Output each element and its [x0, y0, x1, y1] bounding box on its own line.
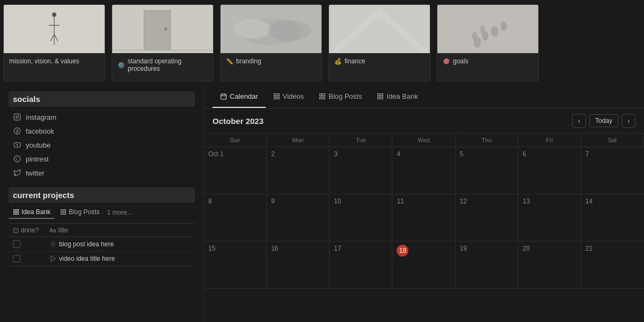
sidebar: socials instagram facebook	[0, 86, 204, 322]
card-label-finance: 💰 finance	[329, 53, 430, 69]
cal-cell-oct2[interactable]: 2	[267, 147, 330, 194]
card-label-branding: ✏️ branding	[221, 53, 321, 69]
cal-cell-oct7[interactable]: 7	[581, 147, 644, 194]
cal-cell-oct14[interactable]: 14	[581, 194, 644, 241]
card-finance[interactable]: 💰 finance	[328, 4, 430, 82]
header-done-text: done?	[21, 226, 39, 234]
date-oct16: 16	[271, 245, 278, 252]
card-image-sop	[112, 5, 213, 53]
svg-point-25	[16, 116, 19, 119]
main-layout: socials instagram facebook	[0, 86, 644, 322]
pintrest-label: pintrest	[26, 155, 49, 163]
card-label-goals: 🎯 goals	[437, 53, 538, 69]
date-oct11: 11	[397, 197, 404, 205]
date-oct15: 15	[208, 245, 215, 252]
twitter-label: twitter	[26, 169, 45, 177]
card-branding[interactable]: ✏️ branding	[220, 4, 322, 82]
cal-tab-ideabank[interactable]: Idea Bank	[369, 86, 426, 108]
cal-cell-oct6[interactable]: 6	[518, 147, 581, 194]
date-oct12: 12	[460, 197, 467, 205]
date-oct18: 18	[397, 245, 408, 257]
svg-point-40	[52, 243, 54, 245]
cal-tab-videos[interactable]: Videos	[266, 86, 312, 108]
row1-title-col: blog post idea here	[49, 240, 191, 248]
instagram-label: instagram	[26, 113, 56, 121]
facebook-label: facebook	[26, 127, 54, 135]
svg-rect-36	[64, 210, 66, 212]
youtube-label: youtube	[26, 141, 50, 149]
calendar-today-btn[interactable]: Today	[589, 114, 618, 127]
finance-icon: 💰	[334, 58, 342, 65]
cal-cell-oct3[interactable]: 3	[330, 147, 392, 194]
svg-rect-49	[277, 97, 279, 99]
cal-cell-oct21[interactable]: 21	[581, 241, 644, 289]
cal-cell-oct15[interactable]: 15	[204, 241, 267, 289]
cal-cell-oct18[interactable]: 18	[392, 241, 455, 289]
cal-cell-oct5[interactable]: 5	[456, 147, 518, 194]
row1-title: blog post idea here	[59, 240, 114, 248]
sidebar-item-pintrest[interactable]: pintrest	[9, 152, 195, 166]
svg-point-12	[234, 19, 271, 39]
svg-rect-57	[381, 97, 383, 99]
videos-tab-icon	[273, 93, 280, 100]
svg-rect-38	[64, 213, 66, 215]
svg-rect-54	[378, 94, 380, 96]
cal-cell-oct11[interactable]: 11	[392, 194, 455, 241]
table-row: blog post idea here	[9, 237, 195, 252]
cal-cell-oct8[interactable]: 8	[204, 194, 267, 241]
card-text-mission: mission, vision, & values	[9, 57, 79, 65]
calendar-header: October 2023 ‹ Today ›	[204, 108, 644, 133]
date-oct20: 20	[523, 245, 530, 252]
sidebar-item-facebook[interactable]: facebook	[9, 124, 195, 138]
svg-rect-53	[323, 97, 325, 99]
row1-checkbox[interactable]	[13, 240, 20, 248]
cal-cell-oct12[interactable]: 12	[456, 194, 518, 241]
tab-idea-bank[interactable]: Idea Bank	[9, 206, 55, 219]
sidebar-item-youtube[interactable]: youtube	[9, 138, 195, 152]
svg-rect-32	[17, 210, 19, 212]
cal-cell-oct9[interactable]: 9	[267, 194, 330, 241]
cal-tab-calendar[interactable]: Calendar	[213, 86, 266, 108]
svg-rect-52	[320, 97, 322, 99]
youtube-icon	[13, 141, 21, 149]
svg-point-22	[472, 32, 477, 40]
tab-more[interactable]: 1 more...	[107, 209, 132, 216]
goals-icon: 🎯	[443, 58, 450, 65]
svg-point-26	[19, 115, 19, 115]
calendar-prev-btn[interactable]: ‹	[572, 114, 586, 128]
card-text-finance: finance	[345, 57, 365, 65]
row2-done-col	[13, 255, 45, 262]
date-oct3: 3	[334, 150, 338, 158]
cal-cell-oct19[interactable]: 19	[456, 241, 518, 289]
svg-rect-50	[320, 94, 322, 96]
table-header: done? Aa title	[9, 223, 195, 237]
cal-cell-oct20[interactable]: 20	[518, 241, 581, 289]
card-text-sop: standard operating procedures	[128, 57, 208, 72]
cal-cell-oct17[interactable]: 17	[330, 241, 392, 289]
svg-rect-8	[164, 27, 167, 31]
day-header-sat: Sat	[581, 134, 644, 147]
cal-cell-oct4[interactable]: 4	[392, 147, 455, 194]
card-sop[interactable]: ⚙️ standard operating procedures	[112, 4, 214, 82]
cal-cell-oct1[interactable]: Oct 1	[204, 147, 267, 194]
cal-cell-oct10[interactable]: 10	[330, 194, 392, 241]
row2-checkbox[interactable]	[13, 255, 20, 262]
row2-icon	[49, 255, 57, 262]
svg-rect-55	[381, 94, 383, 96]
date-oct17: 17	[334, 245, 341, 252]
cal-tab-blog[interactable]: Blog Posts	[311, 86, 369, 108]
cal-cell-oct13[interactable]: 13	[518, 194, 581, 241]
date-oct13: 13	[523, 197, 530, 205]
sidebar-item-instagram[interactable]: instagram	[9, 110, 195, 124]
sidebar-item-twitter[interactable]: twitter	[9, 166, 195, 180]
cal-cell-oct16[interactable]: 16	[267, 241, 330, 289]
date-oct10: 10	[334, 197, 341, 205]
day-header-sun: Sun	[204, 134, 267, 147]
card-mission[interactable]: mission, vision, & values	[3, 4, 105, 82]
tab-blog-posts[interactable]: Blog Posts	[56, 206, 104, 219]
calendar-tabs: Calendar Videos Blog Posts Idea Bank	[204, 86, 644, 108]
svg-rect-17	[437, 5, 538, 53]
svg-point-20	[491, 26, 499, 37]
card-goals[interactable]: 🎯 goals	[437, 4, 539, 82]
calendar-next-btn[interactable]: ›	[621, 114, 635, 128]
